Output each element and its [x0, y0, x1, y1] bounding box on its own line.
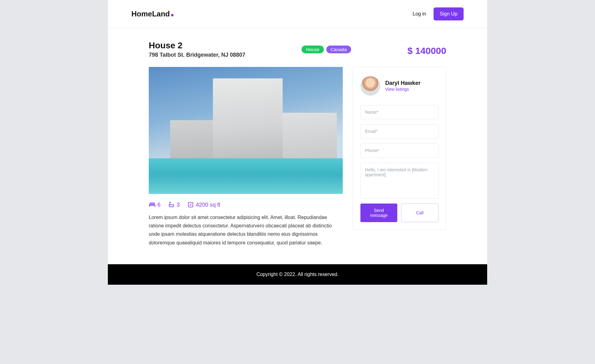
listing-description: Lorem ipsum dolor sit amet consectetur a… [149, 213, 343, 247]
call-button[interactable]: Call [401, 204, 439, 222]
copyright: Copyright © 2022. All rights reserved. [108, 272, 487, 277]
listing-image [149, 67, 343, 194]
feature-baths: 3 [168, 201, 180, 208]
message-field[interactable] [360, 163, 439, 199]
baths-value: 3 [177, 202, 180, 208]
listing-price: $ 140000 [408, 46, 446, 56]
login-link[interactable]: Log in [412, 11, 426, 17]
bath-icon [168, 201, 175, 208]
listing-address: 798 Talbot St. Bridgewater, NJ 08807 [149, 52, 245, 58]
email-field[interactable] [360, 124, 439, 138]
signup-button[interactable]: Sign Up [434, 7, 464, 20]
logo-text: HomeLand [131, 10, 170, 18]
footer: Copyright © 2022. All rights reserved. [108, 264, 487, 285]
feature-beds: 6 [149, 201, 161, 208]
agent-avatar [360, 76, 380, 96]
area-icon [187, 201, 194, 208]
tag-country: Canada [326, 46, 351, 53]
feature-area: 4200 sq ft [187, 201, 220, 208]
logo-link[interactable]: HomeLand [131, 10, 174, 18]
tag-type: House [302, 46, 324, 53]
send-message-button[interactable]: Send message [360, 204, 397, 222]
header: HomeLand Log in Sign Up [108, 0, 487, 28]
listing-title: House 2 [149, 41, 245, 50]
agent-name: Daryl Hawker [385, 80, 421, 86]
view-listings-link[interactable]: View listings [385, 87, 409, 92]
beds-value: 6 [157, 202, 161, 208]
area-value: 4200 sq ft [196, 202, 220, 208]
bed-icon [149, 201, 156, 208]
name-field[interactable] [360, 105, 439, 119]
contact-form: Send message Call [360, 105, 439, 222]
phone-field[interactable] [360, 143, 439, 158]
logo-dot-icon [171, 14, 174, 16]
agent-card: Daryl Hawker View listings Send message [353, 67, 446, 230]
